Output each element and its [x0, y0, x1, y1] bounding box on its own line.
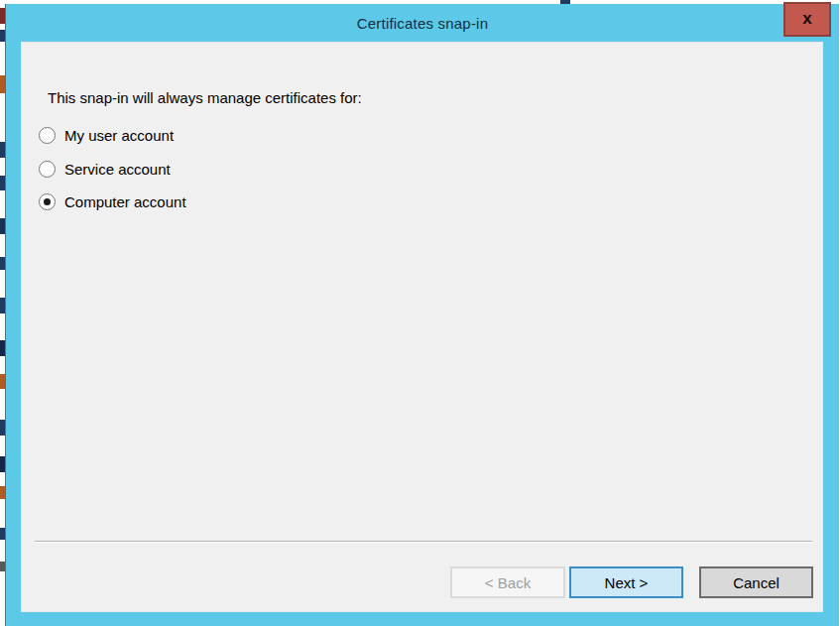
radio-option-my-user-account[interactable]: My user account — [39, 126, 174, 144]
close-icon: x — [802, 10, 811, 27]
radio-label: Computer account — [64, 193, 186, 210]
certificates-snap-in-dialog: Certificates snap-in x This snap-in will… — [5, 4, 839, 626]
instruction-text: This snap-in will always manage certific… — [48, 89, 362, 106]
radio-label: My user account — [64, 127, 174, 144]
cancel-button[interactable]: Cancel — [699, 566, 813, 598]
dialog-title: Certificates snap-in — [357, 15, 488, 32]
title-bar: Certificates snap-in x — [6, 4, 839, 42]
close-button[interactable]: x — [783, 2, 831, 37]
back-button[interactable]: < Back — [450, 566, 565, 598]
radio-icon — [39, 193, 56, 210]
radio-icon — [39, 161, 56, 178]
radio-icon — [39, 127, 56, 144]
radio-label: Service account — [64, 161, 171, 178]
footer-separator — [35, 541, 812, 543]
radio-option-service-account[interactable]: Service account — [39, 160, 171, 178]
radio-option-computer-account[interactable]: Computer account — [39, 192, 186, 210]
dialog-content: This snap-in will always manage certific… — [21, 42, 823, 612]
next-button[interactable]: Next > — [569, 566, 683, 598]
